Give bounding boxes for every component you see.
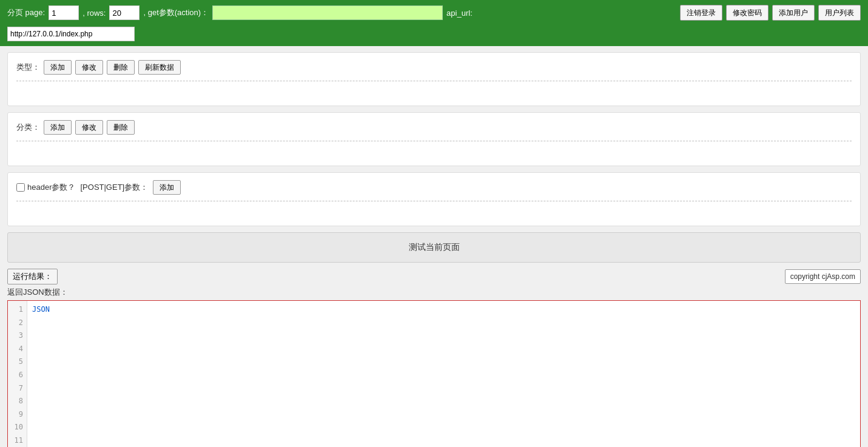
change-password-button[interactable]: 修改密码	[726, 5, 769, 21]
header-param-label: header参数？	[27, 182, 75, 193]
type-section: 类型： 添加 修改 删除 刷新数据	[7, 52, 861, 106]
category-delete-button[interactable]: 删除	[107, 120, 135, 135]
type-label: 类型：	[16, 62, 40, 73]
code-content[interactable]: JSON	[27, 301, 860, 447]
api-label: api_url:	[446, 8, 473, 18]
rows-input[interactable]	[109, 5, 140, 20]
results-top-row: 运行结果： copyright cjAsp.com	[7, 269, 861, 284]
page-label: 分页 page:	[7, 7, 45, 18]
category-section: 分类： 添加 修改 删除	[7, 112, 861, 166]
category-edit-button[interactable]: 修改	[75, 120, 103, 135]
header-param-checkbox-label[interactable]: header参数？	[16, 182, 75, 193]
logout-button[interactable]: 注销登录	[680, 5, 722, 21]
json-keyword: JSON	[32, 305, 50, 314]
get-label: , get参数(action)：	[143, 7, 209, 18]
page-input[interactable]	[49, 5, 79, 20]
post-get-label: [POST|GET]参数：	[80, 182, 148, 193]
copyright-box: copyright cjAsp.com	[785, 269, 861, 284]
content-area: 类型： 添加 修改 删除 刷新数据 分类： 添加 修改 删除 header参数？…	[0, 46, 868, 447]
params-content-area	[16, 201, 852, 218]
type-row: 类型： 添加 修改 删除 刷新数据	[16, 60, 852, 75]
url-row	[7, 27, 861, 41]
results-section: 运行结果： copyright cjAsp.com 返回JSON数据： 1234…	[7, 269, 861, 447]
test-current-page-button[interactable]: 测试当前页面	[13, 238, 855, 257]
params-row: header参数？ [POST|GET]参数： 添加	[16, 180, 852, 195]
top-bar: 分页 page: , rows: , get参数(action)： api_ur…	[0, 0, 868, 46]
code-editor: 1234567891011 JSON	[7, 300, 861, 447]
run-result-label: 运行结果：	[7, 269, 58, 284]
category-add-button[interactable]: 添加	[44, 120, 72, 135]
category-row: 分类： 添加 修改 删除	[16, 120, 852, 135]
url-input[interactable]	[7, 27, 135, 41]
get-action-input[interactable]	[212, 5, 443, 20]
params-section: header参数？ [POST|GET]参数： 添加	[7, 172, 861, 226]
top-right-buttons: 注销登录 修改密码 添加用户 用户列表	[680, 5, 861, 21]
type-delete-button[interactable]: 删除	[107, 60, 135, 75]
rows-label: , rows:	[82, 8, 106, 18]
category-label: 分类：	[16, 122, 40, 133]
type-refresh-button[interactable]: 刷新数据	[138, 60, 181, 75]
category-content-area	[16, 141, 852, 158]
type-edit-button[interactable]: 修改	[75, 60, 103, 75]
type-content-area	[16, 81, 852, 98]
test-section: 测试当前页面	[7, 232, 861, 263]
type-add-button[interactable]: 添加	[44, 60, 72, 75]
add-user-button[interactable]: 添加用户	[772, 5, 815, 21]
return-json-label: 返回JSON数据：	[7, 287, 861, 298]
params-add-button[interactable]: 添加	[153, 180, 181, 195]
line-numbers: 1234567891011	[8, 301, 27, 447]
user-list-button[interactable]: 用户列表	[818, 5, 861, 21]
header-param-checkbox[interactable]	[16, 183, 25, 192]
